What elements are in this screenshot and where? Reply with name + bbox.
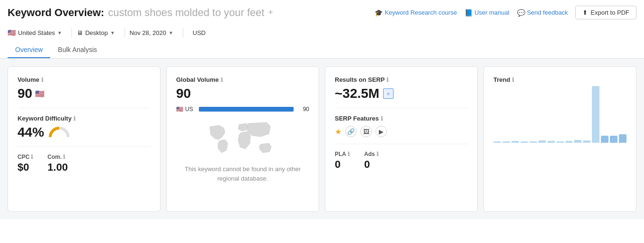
- no-regional-text: This keyword cannot be found in any othe…: [176, 165, 309, 183]
- filters-bar: 🇺🇸 United States ▼ 🖥 Desktop ▼ Nov 28, 2…: [8, 23, 636, 40]
- serp-card: Results on SERP ℹ ~32.5M ≡ SERP Features…: [325, 66, 478, 212]
- graduation-cap-icon: 🎓: [375, 9, 383, 17]
- ads-label: Ads ℹ: [364, 151, 379, 157]
- pla-ads-row: PLA ℹ 0 Ads ℹ 0: [335, 151, 468, 171]
- trend-bar: [493, 141, 501, 143]
- difficulty-gauge: [49, 127, 70, 138]
- add-keyword-button[interactable]: +: [268, 8, 273, 17]
- trend-bar: [556, 141, 564, 143]
- date-label: Nov 28, 2020: [130, 29, 166, 36]
- serp-features-icons: ★ 🔗 🖼 ▶: [335, 126, 468, 137]
- pla-info-icon[interactable]: ℹ: [348, 151, 350, 157]
- country-filter[interactable]: 🇺🇸 United States ▼: [8, 27, 67, 38]
- serp-label: Results on SERP ℹ: [335, 76, 468, 83]
- country-label: United States: [18, 29, 55, 36]
- keyword-research-course-link[interactable]: 🎓 Keyword Research course: [375, 9, 456, 17]
- export-to-pdf-button[interactable]: ⬆ Export to PDF: [575, 6, 636, 19]
- user-manual-link[interactable]: 📘 User manual: [465, 9, 510, 17]
- global-volume-bar-row: 🇺🇸 US 90: [176, 106, 309, 113]
- cpc-row: CPC ℹ $0 Com. ℹ 1.00: [18, 154, 151, 174]
- filter-separator-1: [72, 28, 72, 37]
- global-volume-value: 90: [176, 86, 309, 101]
- cpc-label: CPC ℹ: [18, 154, 33, 160]
- serp-value: ~32.5M ≡: [335, 86, 468, 101]
- device-chevron-icon: ▼: [110, 30, 115, 35]
- desktop-icon: 🖥: [77, 29, 83, 36]
- cpc-info-icon[interactable]: ℹ: [31, 154, 33, 160]
- trend-bar: [619, 134, 626, 143]
- global-volume-card: Global Volume ℹ 90 🇺🇸 US 90: [166, 66, 319, 212]
- com-item: Com. ℹ 1.00: [47, 154, 68, 174]
- trend-bar: [610, 136, 617, 143]
- date-filter[interactable]: Nov 28, 2020 ▼: [130, 27, 178, 38]
- serp-details-icon[interactable]: ≡: [383, 88, 394, 99]
- tabs-bar: Overview Bulk Analysis: [8, 42, 636, 58]
- gv-bar-num: 90: [297, 106, 309, 113]
- currency-label: USD: [188, 29, 206, 36]
- com-label: Com. ℹ: [47, 154, 68, 160]
- trend-bar: [574, 140, 581, 143]
- cpc-value: $0: [18, 161, 33, 174]
- trend-bar: [592, 86, 599, 143]
- us-flag-icon: 🇺🇸: [8, 29, 16, 36]
- header-links: 🎓 Keyword Research course 📘 User manual …: [375, 9, 568, 17]
- world-map: [176, 118, 309, 161]
- serp-divider-1: [335, 108, 468, 108]
- serp-info-icon[interactable]: ℹ: [386, 77, 389, 83]
- link-icon: 🔗: [345, 126, 357, 137]
- pla-value: 0: [335, 158, 350, 171]
- filter-separator-3: [183, 28, 183, 37]
- difficulty-card-label: Keyword Difficulty ℹ: [18, 115, 151, 122]
- global-volume-info-icon[interactable]: ℹ: [221, 77, 223, 83]
- title-area: Keyword Overview: custom shoes molded to…: [8, 7, 273, 19]
- serp-features-info-icon[interactable]: ℹ: [381, 115, 383, 122]
- trend-chart: [493, 88, 626, 145]
- volume-info-icon[interactable]: ℹ: [41, 77, 44, 83]
- book-icon: 📘: [465, 9, 473, 17]
- gv-bar: [199, 107, 294, 112]
- header-top: Keyword Overview: custom shoes molded to…: [8, 6, 636, 19]
- send-feedback-link[interactable]: 💬 Send feedback: [517, 9, 568, 17]
- header: Keyword Overview: custom shoes molded to…: [0, 0, 644, 59]
- pla-label: PLA ℹ: [335, 151, 350, 157]
- header-actions: 🎓 Keyword Research course 📘 User manual …: [375, 6, 636, 19]
- gv-country: 🇺🇸 US: [176, 106, 195, 113]
- trend-bar: [538, 140, 546, 143]
- difficulty-info-icon[interactable]: ℹ: [73, 115, 76, 122]
- serp-divider-2: [335, 144, 468, 144]
- ads-item: Ads ℹ 0: [364, 151, 379, 171]
- chat-icon: 💬: [517, 9, 525, 17]
- video-icon: ▶: [376, 126, 387, 137]
- trend-bar: [529, 141, 537, 143]
- device-label: Desktop: [85, 29, 108, 36]
- trend-label: Trend ℹ: [493, 76, 626, 83]
- cpc-item: CPC ℹ $0: [18, 154, 33, 174]
- device-filter[interactable]: 🖥 Desktop ▼: [77, 27, 120, 38]
- trend-bar: [547, 141, 555, 143]
- global-volume-label: Global Volume ℹ: [176, 76, 309, 83]
- com-value: 1.00: [47, 161, 68, 174]
- us-flag-small: 🇺🇸: [35, 89, 45, 98]
- trend-bar: [565, 141, 573, 143]
- tab-overview[interactable]: Overview: [8, 42, 50, 58]
- us-flag-gv: 🇺🇸: [176, 106, 183, 113]
- trend-bar: [511, 141, 519, 143]
- tab-bulk-analysis[interactable]: Bulk Analysis: [50, 42, 104, 58]
- cpc-divider: [18, 147, 151, 147]
- difficulty-value: 44%: [18, 125, 44, 140]
- pla-item: PLA ℹ 0: [335, 151, 350, 171]
- page-title-main: Keyword Overview:: [8, 7, 104, 19]
- com-info-icon[interactable]: ℹ: [63, 154, 65, 160]
- main-content: Volume ℹ 90 🇺🇸 Keyword Difficulty ℹ 44% …: [0, 59, 644, 219]
- date-chevron-icon: ▼: [169, 30, 173, 35]
- volume-card-label: Volume ℹ: [18, 76, 151, 83]
- serp-features-label: SERP Features ℹ: [335, 115, 468, 122]
- ads-value: 0: [364, 158, 379, 171]
- trend-info-icon[interactable]: ℹ: [512, 77, 514, 83]
- trend-bar: [502, 141, 510, 143]
- featured-snippet-icon: ★: [335, 127, 341, 136]
- ads-info-icon[interactable]: ℹ: [376, 151, 379, 157]
- image-icon: 🖼: [360, 126, 372, 137]
- trend-card: Trend ℹ: [483, 66, 636, 212]
- trend-bar: [583, 140, 590, 143]
